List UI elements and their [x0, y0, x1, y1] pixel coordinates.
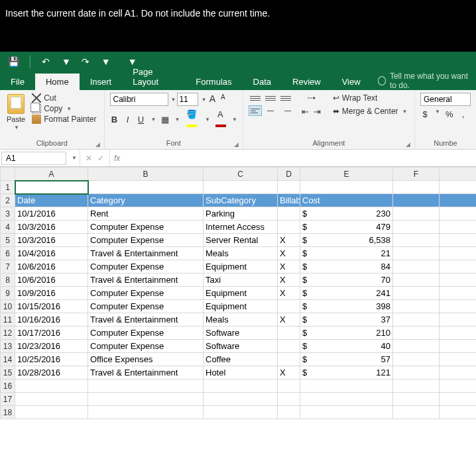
cell[interactable] [440, 393, 477, 406]
tab-data[interactable]: Data [243, 74, 282, 90]
row-header[interactable]: 14 [1, 353, 15, 366]
cell[interactable] [278, 340, 300, 353]
tab-review[interactable]: Review [282, 74, 331, 90]
cell[interactable]: 10/25/2016 [15, 353, 88, 366]
name-box-input[interactable] [1, 152, 66, 165]
paste-dropdown-icon[interactable]: ▼ [14, 125, 19, 130]
align-top-button[interactable] [249, 93, 262, 103]
cell[interactable] [15, 181, 88, 194]
cell[interactable] [440, 287, 477, 300]
font-launcher-icon[interactable]: ◢ [234, 141, 239, 148]
tab-home[interactable]: Home [35, 74, 80, 90]
cell[interactable]: 10/28/2016 [15, 366, 88, 379]
cell[interactable]: 10/6/2016 [15, 274, 88, 287]
cell[interactable] [393, 221, 440, 234]
cell[interactable] [204, 393, 278, 406]
cell[interactable]: Date [15, 194, 88, 207]
cell[interactable] [393, 340, 440, 353]
decrease-font-button[interactable]: A [218, 93, 227, 106]
cell[interactable] [393, 313, 440, 326]
select-all-corner[interactable] [1, 168, 15, 181]
cell[interactable] [204, 181, 278, 194]
cell[interactable] [393, 326, 440, 340]
cell[interactable] [393, 247, 440, 260]
row-header[interactable]: 1 [1, 181, 15, 194]
row-header[interactable]: 16 [1, 379, 15, 393]
cell[interactable]: Server Rental [204, 234, 278, 247]
fill-dropdown-icon[interactable]: ▼ [205, 117, 210, 123]
cell[interactable] [440, 340, 477, 353]
cell[interactable]: Computer Expense [88, 300, 204, 313]
cell[interactable] [300, 379, 393, 393]
cell[interactable]: Travel & Entertainment [88, 366, 204, 379]
cell[interactable]: 10/16/2016 [15, 313, 88, 326]
comma-format-button[interactable]: , [458, 109, 467, 120]
row-header[interactable]: 12 [1, 326, 15, 340]
spreadsheet-grid[interactable]: A B C D E F 12DateCategorySubCategoryBil… [0, 167, 476, 419]
cell[interactable]: $241 [300, 287, 393, 300]
underline-button[interactable]: U [137, 114, 146, 125]
cell[interactable]: Computer Expense [88, 340, 204, 353]
cell[interactable]: Travel & Entertainment [88, 247, 204, 260]
save-icon[interactable]: 💾 [5, 55, 22, 68]
cell[interactable]: SubCategory [204, 194, 278, 207]
cell[interactable]: Hotel [204, 366, 278, 379]
cell[interactable]: Billable? [278, 194, 300, 207]
cell[interactable]: 10/1/2016 [15, 207, 88, 221]
cell[interactable]: X [278, 287, 300, 300]
bold-button[interactable]: B [110, 114, 119, 125]
cell[interactable]: Computer Expense [88, 234, 204, 247]
align-right-button[interactable] [279, 105, 292, 116]
cell[interactable] [440, 274, 477, 287]
copy-button[interactable]: Copy▼ [30, 103, 97, 114]
cell[interactable]: $210 [300, 326, 393, 340]
cell[interactable]: Software [204, 340, 278, 353]
cell[interactable]: Travel & Entertainment [88, 274, 204, 287]
alignment-launcher-icon[interactable]: ◢ [406, 141, 410, 148]
col-header-d[interactable]: D [278, 168, 300, 181]
cell[interactable]: 10/9/2016 [15, 287, 88, 300]
cell[interactable] [278, 221, 300, 234]
borders-dropdown-icon[interactable]: ▼ [174, 117, 180, 123]
cell[interactable]: $21 [300, 247, 393, 260]
row-header[interactable]: 10 [1, 300, 15, 313]
tab-page-layout[interactable]: Page Layout [122, 64, 185, 90]
font-size-dropdown-icon[interactable]: ▼ [201, 97, 206, 103]
row-header[interactable]: 6 [1, 247, 15, 260]
cell[interactable] [88, 393, 204, 406]
cell[interactable]: $70 [300, 274, 393, 287]
align-left-button[interactable] [249, 105, 262, 116]
col-header-f[interactable]: F [393, 168, 440, 181]
cell[interactable] [440, 300, 477, 313]
cell[interactable]: 10/3/2016 [15, 234, 88, 247]
cell[interactable]: $57 [300, 353, 393, 366]
cell[interactable]: Meals [204, 247, 278, 260]
cell[interactable]: Meals [204, 313, 278, 326]
cell[interactable] [15, 379, 88, 393]
tell-me-box[interactable]: Tell me what you want to do. [378, 72, 476, 90]
cell[interactable] [393, 207, 440, 221]
row-header[interactable]: 5 [1, 234, 15, 247]
font-color-dropdown-icon[interactable]: ▼ [232, 117, 237, 123]
row-header[interactable]: 8 [1, 274, 15, 287]
cell[interactable] [440, 353, 477, 366]
cell[interactable] [88, 181, 204, 194]
cell[interactable]: Coffee [204, 353, 278, 366]
cell[interactable]: Computer Expense [88, 287, 204, 300]
enter-formula-icon[interactable]: ✓ [97, 154, 104, 163]
cell[interactable]: 10/15/2016 [15, 300, 88, 313]
cell[interactable] [204, 406, 278, 419]
cell[interactable]: 10/4/2016 [15, 247, 88, 260]
borders-button[interactable]: ▦ [160, 114, 169, 125]
cell[interactable] [440, 207, 477, 221]
cell[interactable]: 10/3/2016 [15, 221, 88, 234]
cell[interactable]: X [278, 247, 300, 260]
row-header[interactable]: 4 [1, 221, 15, 234]
align-center-button[interactable] [264, 105, 277, 116]
accounting-format-button[interactable]: $ [420, 109, 430, 120]
col-header-b[interactable]: B [88, 168, 204, 181]
cell[interactable] [393, 194, 440, 207]
tab-file[interactable]: File [0, 74, 35, 90]
align-middle-button[interactable] [264, 93, 277, 103]
cell[interactable] [393, 379, 440, 393]
